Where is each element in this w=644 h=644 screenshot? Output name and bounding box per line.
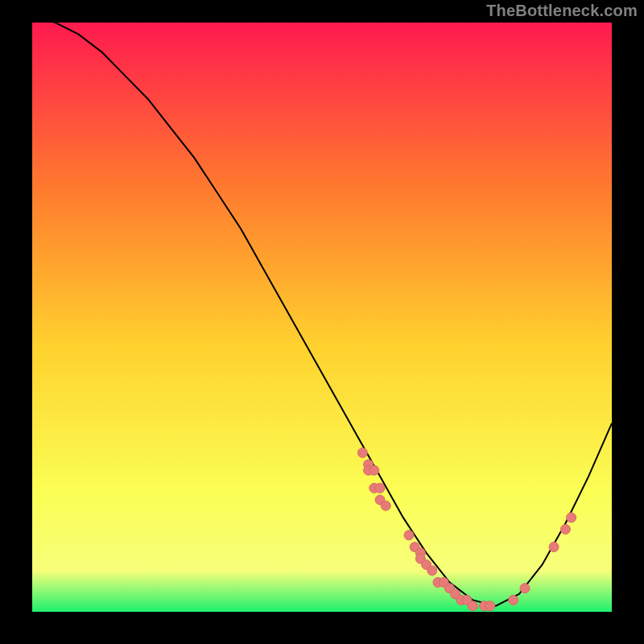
data-marker [404, 530, 414, 540]
data-marker [509, 595, 518, 605]
data-marker [381, 501, 390, 510]
data-marker [567, 513, 576, 522]
plot-area [32, 23, 612, 612]
data-marker [549, 543, 559, 552]
chart-root: TheBottleneck.com [0, 0, 644, 644]
data-marker [468, 601, 477, 611]
data-marker [560, 525, 570, 535]
data-marker [427, 566, 437, 576]
data-marker [369, 465, 379, 475]
data-marker [485, 601, 495, 611]
gradient-background [32, 23, 612, 612]
chart-svg [32, 23, 612, 612]
data-marker [357, 448, 367, 457]
data-marker [520, 584, 530, 593]
attribution-text: TheBottleneck.com [486, 2, 638, 20]
data-marker [375, 483, 385, 493]
